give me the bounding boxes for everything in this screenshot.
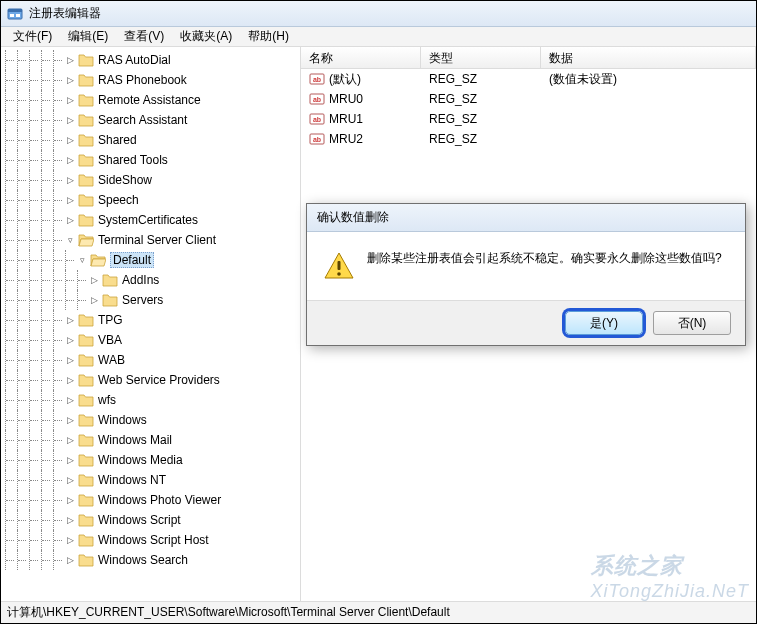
folder-icon	[78, 213, 94, 227]
folder-icon	[78, 333, 94, 347]
expand-icon[interactable]: ▷	[65, 495, 76, 506]
folder-icon	[78, 353, 94, 367]
expand-icon[interactable]: ▷	[65, 375, 76, 386]
dialog-buttons: 是(Y) 否(N)	[307, 300, 745, 345]
expand-icon[interactable]: ▷	[65, 395, 76, 406]
expand-icon[interactable]: ▿	[65, 235, 76, 246]
col-type[interactable]: 类型	[421, 47, 541, 68]
tree-item[interactable]: ▷Windows	[1, 410, 300, 430]
tree-item[interactable]: ▷Shared	[1, 130, 300, 150]
folder-open-icon	[78, 233, 94, 247]
expand-icon[interactable]: ▷	[65, 215, 76, 226]
status-bar: 计算机\HKEY_CURRENT_USER\Software\Microsoft…	[1, 601, 756, 623]
list-row[interactable]: MRU1REG_SZ	[301, 109, 756, 129]
folder-icon	[78, 53, 94, 67]
expand-icon[interactable]: ▷	[65, 175, 76, 186]
list-row[interactable]: MRU2REG_SZ	[301, 129, 756, 149]
expand-icon[interactable]: ▷	[65, 515, 76, 526]
list-row[interactable]: (默认)REG_SZ(数值未设置)	[301, 69, 756, 89]
tree-item[interactable]: ▷RAS Phonebook	[1, 70, 300, 90]
menu-help[interactable]: 帮助(H)	[240, 28, 297, 45]
tree-panel[interactable]: ▷RAS AutoDial▷RAS Phonebook▷Remote Assis…	[1, 47, 301, 601]
expand-icon[interactable]: ▷	[65, 475, 76, 486]
expand-icon[interactable]: ▷	[65, 315, 76, 326]
menu-view[interactable]: 查看(V)	[116, 28, 172, 45]
tree-item[interactable]: ▷SystemCertificates	[1, 210, 300, 230]
tree-item[interactable]: ▷Web Service Providers	[1, 370, 300, 390]
tree-item[interactable]: ▷AddIns	[1, 270, 300, 290]
tree-item[interactable]: ▷Windows Search	[1, 550, 300, 570]
expand-icon[interactable]: ▷	[89, 275, 100, 286]
tree-label: TPG	[98, 313, 123, 327]
folder-icon	[78, 433, 94, 447]
tree-item[interactable]: ▷Windows Script Host	[1, 530, 300, 550]
col-name[interactable]: 名称	[301, 47, 421, 68]
expand-icon[interactable]: ▷	[65, 415, 76, 426]
expand-icon[interactable]: ▷	[89, 295, 100, 306]
tree-label: Shared	[98, 133, 137, 147]
expand-icon[interactable]: ▷	[65, 135, 76, 146]
menu-favorites[interactable]: 收藏夹(A)	[172, 28, 240, 45]
tree-item[interactable]: ▷Windows Media	[1, 450, 300, 470]
tree-item[interactable]: ▷wfs	[1, 390, 300, 410]
tree-item[interactable]: ▷Shared Tools	[1, 150, 300, 170]
list-header: 名称 类型 数据	[301, 47, 756, 69]
expand-icon[interactable]: ▷	[65, 95, 76, 106]
value-type: REG_SZ	[421, 132, 541, 146]
expand-icon[interactable]: ▷	[65, 555, 76, 566]
expand-icon[interactable]: ▷	[65, 455, 76, 466]
value-name: MRU1	[329, 112, 363, 126]
folder-icon	[78, 533, 94, 547]
dialog-title-bar[interactable]: 确认数值删除	[307, 204, 745, 232]
tree-label: Windows NT	[98, 473, 166, 487]
tree-item[interactable]: ▷Windows Mail	[1, 430, 300, 450]
tree-label: Windows Search	[98, 553, 188, 567]
col-data[interactable]: 数据	[541, 47, 756, 68]
tree-item[interactable]: ▷Windows Photo Viewer	[1, 490, 300, 510]
tree-item[interactable]: ▷Remote Assistance	[1, 90, 300, 110]
tree-item[interactable]: ▷Servers	[1, 290, 300, 310]
tree-label: AddIns	[122, 273, 159, 287]
value-data: (数值未设置)	[541, 71, 756, 88]
expand-icon[interactable]: ▷	[65, 535, 76, 546]
expand-icon[interactable]: ▿	[77, 255, 88, 266]
yes-button[interactable]: 是(Y)	[565, 311, 643, 335]
tree-label: Windows Script	[98, 513, 181, 527]
tree-label: RAS Phonebook	[98, 73, 187, 87]
tree-item[interactable]: ▷Windows NT	[1, 470, 300, 490]
tree-label: Windows Mail	[98, 433, 172, 447]
expand-icon[interactable]: ▷	[65, 355, 76, 366]
menu-edit[interactable]: 编辑(E)	[60, 28, 116, 45]
tree-label: Windows Photo Viewer	[98, 493, 221, 507]
no-button[interactable]: 否(N)	[653, 311, 731, 335]
expand-icon[interactable]: ▷	[65, 195, 76, 206]
tree-item[interactable]: ▷WAB	[1, 350, 300, 370]
expand-icon[interactable]: ▷	[65, 75, 76, 86]
expand-icon[interactable]: ▷	[65, 55, 76, 66]
folder-icon	[78, 193, 94, 207]
expand-icon[interactable]: ▷	[65, 115, 76, 126]
value-type: REG_SZ	[421, 92, 541, 106]
folder-icon	[78, 113, 94, 127]
folder-icon	[78, 173, 94, 187]
expand-icon[interactable]: ▷	[65, 155, 76, 166]
tree-item[interactable]: ▷VBA	[1, 330, 300, 350]
tree-item[interactable]: ▷TPG	[1, 310, 300, 330]
tree-item[interactable]: ▿Default	[1, 250, 300, 270]
expand-icon[interactable]: ▷	[65, 435, 76, 446]
title-bar[interactable]: 注册表编辑器	[1, 1, 756, 27]
tree-item[interactable]: ▷Windows Script	[1, 510, 300, 530]
list-row[interactable]: MRU0REG_SZ	[301, 89, 756, 109]
tree-item[interactable]: ▷Speech	[1, 190, 300, 210]
tree-item[interactable]: ▷RAS AutoDial	[1, 50, 300, 70]
tree-item[interactable]: ▷Search Assistant	[1, 110, 300, 130]
warning-icon	[323, 250, 355, 282]
folder-icon	[78, 393, 94, 407]
tree-label: RAS AutoDial	[98, 53, 171, 67]
tree-item[interactable]: ▷SideShow	[1, 170, 300, 190]
expand-icon[interactable]: ▷	[65, 335, 76, 346]
tree-item[interactable]: ▿Terminal Server Client	[1, 230, 300, 250]
tree-label: Windows Script Host	[98, 533, 209, 547]
tree-label: Windows Media	[98, 453, 183, 467]
menu-file[interactable]: 文件(F)	[5, 28, 60, 45]
